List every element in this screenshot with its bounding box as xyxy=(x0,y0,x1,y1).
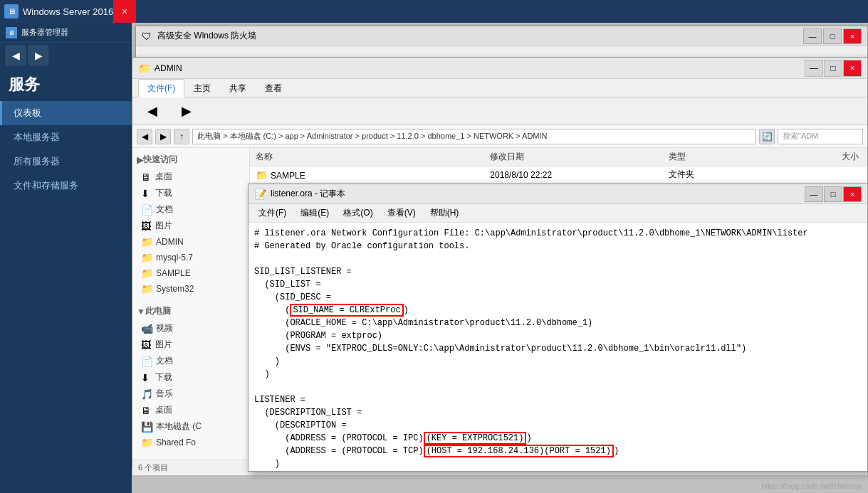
np-menu-help[interactable]: 帮助(H) xyxy=(423,206,466,221)
addr-up-button[interactable]: ↑ xyxy=(174,129,189,144)
sm-menu-items: 仪表板 本地服务器 所有服务器 文件和存储服务 xyxy=(0,101,132,493)
sm-header-title: 服务器管理器 xyxy=(21,27,68,38)
sm-header-icon: 🖥 xyxy=(6,27,17,38)
folder-icon: 📁 xyxy=(141,267,153,279)
sidebar-item-downloads2[interactable]: ⬇ 下载 xyxy=(132,369,249,386)
ribbon-tab-home[interactable]: 主页 xyxy=(184,79,220,97)
ribbon-btn-back[interactable]: ◀ xyxy=(138,101,167,121)
file-date-sample: 2018/8/10 22:22 xyxy=(484,170,663,180)
sidebar-item-documents2[interactable]: 📄 文档 xyxy=(132,353,249,369)
file-row-sample[interactable]: 📁SAMPLE 2018/8/10 22:22 文件夹 xyxy=(250,166,867,184)
fw-minimize-button[interactable]: — xyxy=(803,28,822,44)
addr-back-button[interactable]: ◀ xyxy=(137,129,152,144)
np-menu-edit[interactable]: 编辑(E) xyxy=(293,206,336,221)
addr-refresh-button[interactable]: 🔄 xyxy=(759,129,775,144)
notepad-window: 📝 listener.ora - 记事本 — □ × 文件(F) 编辑(E) 格… xyxy=(248,184,868,472)
quick-access-section: ▶ 快速访问 🖥 桌面 ⬇ 下载 📄 文档 🖼 图片 xyxy=(132,148,249,299)
sidebar-item-file-storage[interactable]: 文件和存储服务 xyxy=(0,174,132,198)
download-icon: ⬇ xyxy=(141,372,152,383)
ribbon-tab-file[interactable]: 文件(F) xyxy=(138,79,184,97)
ribbon-content: ◀ ▶ xyxy=(132,97,867,124)
sidebar-item-dashboard[interactable]: 仪表板 xyxy=(0,101,132,125)
np-content[interactable]: # listener.ora Network Configuration Fil… xyxy=(249,223,867,471)
sidebar-item-pictures2[interactable]: 🖼 图片 xyxy=(132,336,249,353)
highlight-sid-name: SID_NAME = CLRExtProc xyxy=(290,304,403,317)
sidebar-item-label: 所有服务器 xyxy=(14,155,60,168)
sidebar-item-admin[interactable]: 📁 ADMIN xyxy=(132,234,249,250)
ribbon-tab-view[interactable]: 查看 xyxy=(256,79,291,97)
sm-forward-button[interactable]: ▶ xyxy=(28,46,48,65)
pictures-icon: 🖼 xyxy=(141,221,152,232)
sm-header: 🖥 服务器管理器 xyxy=(0,23,132,43)
exp-maximize-button[interactable]: □ xyxy=(824,60,842,77)
fw-close-button[interactable]: × xyxy=(843,28,862,44)
ribbon-tabs: 文件(F) 主页 共享 查看 xyxy=(132,79,867,97)
sidebar-item-downloads1[interactable]: ⬇ 下载 xyxy=(132,185,249,201)
col-header-type: 类型 xyxy=(663,151,786,163)
folder-icon: 📁 xyxy=(141,236,153,248)
forward-icon: ▶ xyxy=(182,103,192,119)
sidebar-item-mysql[interactable]: 📁 mysql-5.7 xyxy=(132,250,249,265)
exp-sidebar: ▶ 快速访问 🖥 桌面 ⬇ 下载 📄 文档 🖼 图片 xyxy=(132,148,250,460)
sm-nav-buttons: ◀ ▶ xyxy=(0,43,132,68)
download-icon: ⬇ xyxy=(141,188,152,199)
sidebar-item-shared[interactable]: 📁 Shared Fo xyxy=(132,435,249,450)
fw-win-buttons: — □ × xyxy=(803,28,862,44)
taskbar-icon: 🖥 xyxy=(4,4,19,18)
this-pc-label: 此电脑 xyxy=(145,305,171,317)
taskbar: 🖥 Windows Server 2016 × xyxy=(0,0,868,23)
quick-access-header[interactable]: ▶ 快速访问 xyxy=(132,151,249,169)
np-menu-view[interactable]: 查看(V) xyxy=(380,206,423,221)
sidebar-item-local-disk[interactable]: 💾 本地磁盘 (C xyxy=(132,418,249,435)
sidebar-item-label: 本地服务器 xyxy=(14,131,60,144)
sidebar-item-all-servers[interactable]: 所有服务器 xyxy=(0,149,132,174)
exp-minimize-button[interactable]: — xyxy=(805,60,823,77)
documents-icon: 📄 xyxy=(141,356,153,367)
server-manager-panel: 🖥 服务器管理器 ◀ ▶ 服务 仪表板 本地服务器 所有服务器 文件和存储服务 xyxy=(0,23,132,493)
search-box[interactable]: 搜索"ADM xyxy=(778,129,863,144)
np-maximize-button[interactable]: □ xyxy=(824,186,842,202)
sidebar-item-pictures1[interactable]: 🖼 图片 xyxy=(132,218,249,234)
sm-nav-area: ◀ ▶ 服务 仪表板 本地服务器 所有服务器 文件和存储服务 xyxy=(0,43,132,493)
quick-access-label: 快速访问 xyxy=(143,154,177,166)
this-pc-header[interactable]: ▼ 此电脑 xyxy=(132,302,249,320)
ribbon-btn-forward[interactable]: ▶ xyxy=(172,101,201,121)
sidebar-item-sample[interactable]: 📁 SAMPLE xyxy=(132,265,249,281)
sidebar-item-documents1[interactable]: 📄 文档 xyxy=(132,201,249,218)
address-path[interactable]: 此电脑 > 本地磁盘 (C:) > app > Administrator > … xyxy=(192,129,756,144)
sidebar-item-desktop1[interactable]: 🖥 桌面 xyxy=(132,169,249,185)
sidebar-item-system32[interactable]: 📁 System32 xyxy=(132,281,249,297)
np-menu-file[interactable]: 文件(F) xyxy=(251,206,293,221)
highlight-key: (KEY = EXTPROC1521) xyxy=(424,432,527,445)
back-icon: ◀ xyxy=(147,103,157,119)
fw-title-icon: 🛡 xyxy=(142,31,153,42)
col-header-name: 名称 xyxy=(250,151,484,163)
sidebar-item-videos[interactable]: 📹 视频 xyxy=(132,320,249,336)
sm-back-button[interactable]: ◀ xyxy=(6,46,26,65)
addr-forward-button[interactable]: ▶ xyxy=(155,129,171,144)
np-win-buttons: — □ × xyxy=(805,186,862,202)
exp-win-buttons: — □ × xyxy=(805,60,862,77)
highlight-host-port: (HOST = 192.168.24.136)(PORT = 1521) xyxy=(424,445,614,457)
fw-maximize-button[interactable]: □ xyxy=(823,28,842,44)
np-close-button[interactable]: × xyxy=(843,186,862,202)
exp-titlebar: 📁 ADMIN — □ × xyxy=(132,58,867,79)
folder-icon: 📁 xyxy=(141,437,153,448)
np-menu-format[interactable]: 格式(O) xyxy=(336,206,380,221)
desktop-icon: 🖥 xyxy=(141,171,152,183)
file-list-header: 名称 修改日期 类型 大小 xyxy=(250,148,867,166)
ribbon-tab-share[interactable]: 共享 xyxy=(220,79,256,97)
folder-icon: 📁 xyxy=(256,169,268,181)
exp-close-button[interactable]: × xyxy=(843,60,862,77)
ribbon: 文件(F) 主页 共享 查看 ◀ ▶ xyxy=(132,79,867,125)
collapse-icon: ▼ xyxy=(137,307,145,317)
watermark: https://blog.csdn.net/chencsy xyxy=(761,482,862,490)
sidebar-item-desktop2[interactable]: 🖥 桌面 xyxy=(132,402,249,418)
file-name-sample: 📁SAMPLE xyxy=(250,169,484,181)
sidebar-item-local-server[interactable]: 本地服务器 xyxy=(0,125,132,149)
np-menubar: 文件(F) 编辑(E) 格式(O) 查看(V) 帮助(H) xyxy=(249,204,867,223)
folder-icon: 📁 xyxy=(141,283,153,295)
sidebar-item-music[interactable]: 🎵 音乐 xyxy=(132,386,249,402)
taskbar-close-button[interactable]: × xyxy=(113,0,136,23)
np-minimize-button[interactable]: — xyxy=(805,186,823,202)
